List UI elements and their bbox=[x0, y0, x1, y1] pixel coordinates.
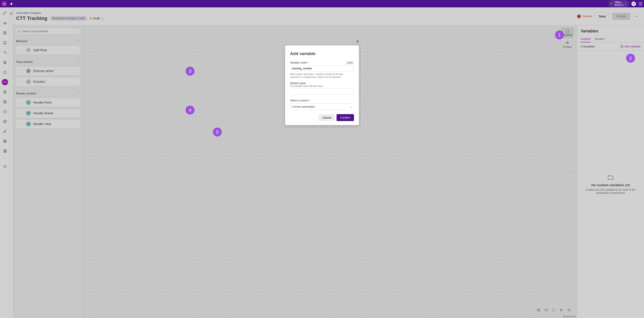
modal-title: Add variable bbox=[290, 51, 354, 56]
callout-2: 2 bbox=[626, 54, 635, 63]
callout-4: 4 bbox=[186, 106, 194, 115]
default-value-label: Default value bbox=[290, 82, 354, 85]
add-variable-modal: ✕ Add variable Variable name * 15/30 Mus… bbox=[285, 46, 359, 125]
variable-name-label: Variable name bbox=[290, 61, 307, 64]
variable-name-helper: Must contain only letters, numbers (exce… bbox=[290, 73, 354, 79]
panel-toggle-icon[interactable] bbox=[639, 2, 642, 6]
monitor-icon bbox=[609, 2, 613, 6]
avatar[interactable]: JS bbox=[632, 2, 636, 6]
status-timer: 00:01:01 bbox=[615, 4, 624, 6]
close-icon[interactable]: ✕ bbox=[356, 39, 359, 44]
callout-5: 5 bbox=[213, 128, 222, 137]
modal-overlay[interactable]: ✕ Add variable Variable name * 15/30 Mus… bbox=[0, 8, 644, 318]
status-label: Offline bbox=[615, 1, 621, 4]
callout-3: 3 bbox=[186, 67, 194, 76]
char-counter: 15/30 bbox=[346, 61, 354, 64]
source-select[interactable]: Current automation ⌄ bbox=[290, 103, 354, 110]
chevron-down-icon: ⌄ bbox=[350, 105, 352, 108]
connection-status[interactable]: Offline 00:01:01 ⌄ bbox=[608, 1, 629, 7]
default-value-input[interactable] bbox=[290, 88, 354, 95]
svg-rect-0 bbox=[610, 3, 612, 4]
app-logo[interactable]: it bbox=[2, 1, 7, 6]
callout-1: 1 bbox=[555, 31, 564, 39]
default-value-sublabel: The variable starts with the value: bbox=[290, 85, 354, 87]
chevron-down-icon[interactable]: ⌄ bbox=[625, 3, 626, 5]
cancel-button[interactable]: Cancel bbox=[319, 114, 335, 121]
topbar: it Offline 00:01:01 ⌄ JS bbox=[0, 0, 644, 8]
variable-name-input[interactable] bbox=[290, 65, 354, 72]
svg-rect-1 bbox=[639, 3, 642, 5]
confirm-button[interactable]: Confirm bbox=[336, 114, 354, 121]
notifications-icon[interactable] bbox=[10, 2, 13, 5]
source-value: Current automation bbox=[292, 105, 315, 108]
source-label: Select a source bbox=[290, 99, 308, 102]
